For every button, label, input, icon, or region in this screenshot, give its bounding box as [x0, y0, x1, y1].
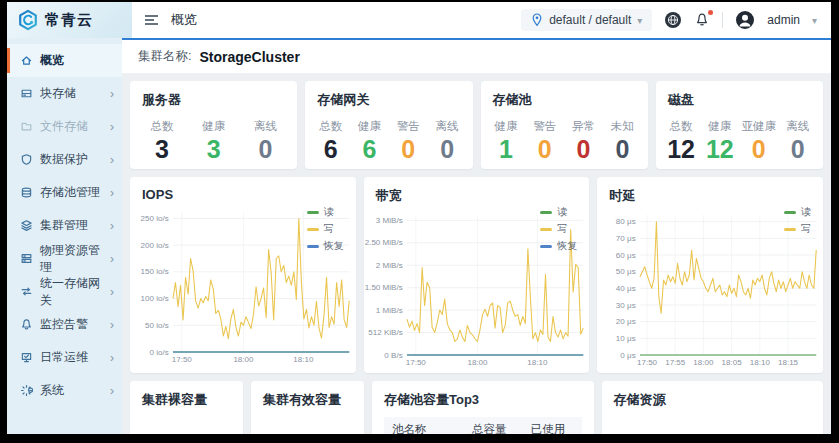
chart-card-IOPS: IOPS读写恢复0 io/s50 io/s100 io/s150 io/s200… [130, 177, 356, 373]
stat-value: 0 [567, 135, 601, 164]
stat-card-title: 存储池 [481, 81, 648, 109]
stat-存储池-未知: 未知0 [605, 119, 639, 164]
stat-label: 警告 [391, 119, 425, 134]
legend-item-读[interactable]: 读 [540, 205, 577, 219]
stat-value: 0 [248, 135, 282, 164]
sidebar-item-overview[interactable]: 概览 [7, 44, 122, 77]
sidebar-item-system[interactable]: 系统› [7, 374, 122, 407]
sidebar-item-cluster-mgmt[interactable]: 集群管理› [7, 209, 122, 242]
sidebar-item-physical-resource-mgmt[interactable]: 物理资源管理› [7, 242, 122, 275]
legend-item-恢复[interactable]: 恢复 [540, 239, 577, 253]
home-icon [20, 54, 33, 67]
legend-item-写[interactable]: 写 [540, 222, 577, 236]
legend-swatch [307, 211, 319, 214]
raw-capacity-title: 集群裸容量 [130, 381, 243, 409]
svg-text:0 io/s: 0 io/s [149, 348, 168, 357]
stat-label: 健康 [489, 119, 523, 134]
chevron-right-icon: › [110, 121, 114, 133]
legend-item-读[interactable]: 读 [784, 205, 811, 219]
legend-label: 读 [557, 205, 567, 219]
stat-value: 12 [664, 135, 698, 164]
sidebar-item-label: 文件存储 [40, 118, 88, 135]
scope-value: default / default [549, 13, 631, 27]
stat-value: 0 [528, 135, 562, 164]
stat-label: 总数 [145, 119, 179, 134]
stat-label: 总数 [664, 119, 698, 134]
sidebar-item-monitoring-alarm[interactable]: 监控告警› [7, 308, 122, 341]
alarm-icon [20, 318, 33, 331]
svg-text:18:00: 18:00 [694, 358, 715, 367]
sidebar-item-data-protection[interactable]: 数据保护› [7, 143, 122, 176]
legend-item-读[interactable]: 读 [307, 205, 344, 219]
chevron-right-icon: › [110, 286, 114, 298]
sidebar-item-file-storage[interactable]: 文件存储› [7, 110, 122, 143]
stat-存储网关-健康: 健康6 [352, 119, 386, 164]
logo-text: 常青云 [45, 11, 93, 30]
storage-resources-card: 存储资源 [602, 381, 824, 434]
sidebar-item-block-storage[interactable]: 块存储› [7, 77, 122, 110]
legend-item-恢复[interactable]: 恢复 [307, 239, 344, 253]
effective-capacity-title: 集群有效容量 [251, 381, 364, 409]
pool-icon [20, 186, 33, 199]
svg-text:250 io/s: 250 io/s [141, 214, 169, 223]
scope-selector[interactable]: default / default ▾ [521, 9, 652, 31]
stat-value: 3 [145, 135, 179, 164]
pool-top3-table: 池名称总容量已使用StoragePool43.2 TiB3.20 TiB [384, 417, 582, 434]
svg-text:150 io/s: 150 io/s [141, 268, 169, 277]
svg-text:70 μs: 70 μs [616, 234, 636, 243]
cluster-name-label: 集群名称: [138, 48, 191, 65]
stat-card: 存储网关总数6健康6警告0离线0 [305, 81, 472, 169]
sidebar: 概览块存储›文件存储›数据保护›存储池管理›集群管理›物理资源管理›统一存储网关… [7, 38, 122, 434]
pool-table-header: 池名称 [384, 417, 464, 434]
chevron-right-icon: › [110, 319, 114, 331]
svg-text:18:10: 18:10 [527, 358, 548, 367]
svg-text:80 μs: 80 μs [616, 218, 636, 227]
chevron-right-icon: › [110, 220, 114, 232]
stat-card-title: 磁盘 [656, 81, 823, 109]
cluster-name-strip: 集群名称: StorageCluster [122, 40, 831, 73]
block-storage-icon [20, 87, 33, 100]
sidebar-item-unified-storage-gateway[interactable]: 统一存储网关› [7, 275, 122, 308]
stat-label: 总数 [314, 119, 348, 134]
sidebar-item-label: 统一存储网关 [40, 275, 103, 309]
legend-item-写[interactable]: 写 [784, 222, 811, 236]
notifications-bell-icon[interactable] [694, 12, 710, 28]
app-logo: 常青云 [7, 2, 132, 38]
sidebar-item-label: 物理资源管理 [40, 242, 103, 276]
server-icon [20, 252, 33, 265]
svg-text:18:00: 18:00 [233, 355, 254, 364]
chart-legend: 读写恢复 [540, 205, 577, 253]
chevron-right-icon: › [110, 187, 114, 199]
stat-value: 3 [197, 135, 231, 164]
svg-text:100 io/s: 100 io/s [141, 294, 169, 303]
pool-top3-title: 存储池容量Top3 [372, 381, 594, 409]
legend-label: 写 [324, 222, 334, 236]
pool-table-header: 已使用 [523, 417, 582, 434]
language-icon[interactable] [664, 11, 682, 29]
ops-icon [20, 351, 33, 364]
legend-swatch [540, 245, 552, 248]
svg-text:17:50: 17:50 [172, 355, 193, 364]
sidebar-item-daily-ops[interactable]: 日常运维› [7, 341, 122, 374]
avatar [735, 10, 755, 30]
svg-text:50 μs: 50 μs [616, 268, 636, 277]
sidebar-item-label: 监控告警 [40, 316, 88, 333]
legend-item-写[interactable]: 写 [307, 222, 344, 236]
stat-value: 0 [430, 135, 464, 164]
menu-toggle-icon[interactable] [144, 14, 159, 26]
stat-存储网关-离线: 离线0 [430, 119, 464, 164]
stat-服务器-离线: 离线0 [248, 119, 282, 164]
user-menu-caret-icon[interactable]: ▾ [812, 15, 817, 26]
chart-card-带宽: 带宽读写恢复0 B/s512 KiB/s1 MiB/s1.50 MiB/s2 M… [364, 177, 590, 373]
stat-label: 健康 [197, 119, 231, 134]
chart-legend: 读写恢复 [307, 205, 344, 253]
chevron-right-icon: › [110, 88, 114, 100]
stat-存储池-异常: 异常0 [567, 119, 601, 164]
stat-card: 服务器总数3健康3离线0 [130, 81, 297, 169]
gear-icon [20, 384, 33, 397]
svg-text:10 μs: 10 μs [616, 334, 636, 343]
app-window: 常青云 概览 default / default ▾ [7, 2, 831, 434]
svg-text:18:05: 18:05 [722, 358, 742, 367]
stat-存储网关-警告: 警告0 [391, 119, 425, 164]
sidebar-item-storage-pool-mgmt[interactable]: 存储池管理› [7, 176, 122, 209]
